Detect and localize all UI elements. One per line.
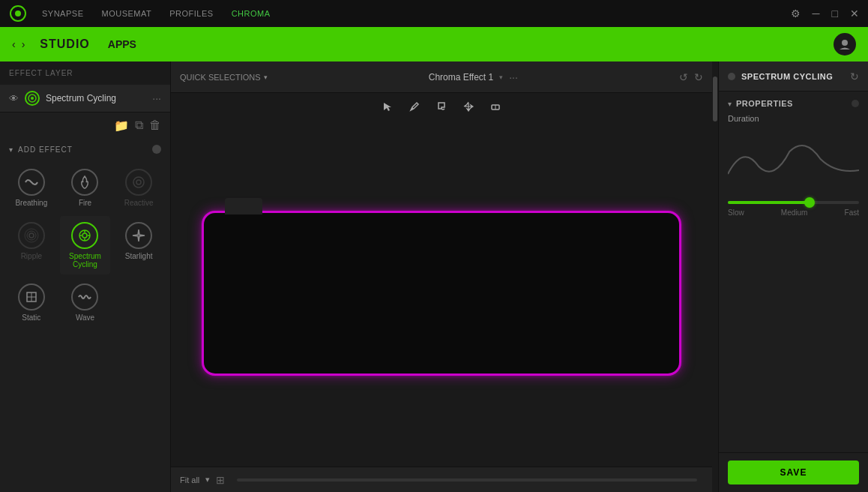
effect-fire[interactable]: Fire — [60, 163, 111, 213]
close-icon[interactable]: ✕ — [850, 8, 859, 20]
effect-indicator — [728, 73, 735, 80]
center-scrollbar — [712, 62, 718, 492]
minimize-icon[interactable]: ─ — [813, 8, 820, 20]
effect-name: Chroma Effect 1 — [429, 72, 493, 82]
user-avatar[interactable] — [834, 33, 856, 56]
svg-point-2 — [842, 40, 848, 46]
scrollbar-thumb[interactable] — [713, 76, 717, 122]
app-logo — [9, 4, 27, 22]
toolbar-bar: QUICK SELECTIONS ▾ Chroma Effect 1 ▾ ···… — [171, 62, 712, 93]
fit-dropdown-arrow: ▾ — [205, 475, 210, 484]
ripple-icon — [18, 222, 45, 249]
quick-selections[interactable]: QUICK SELECTIONS ▾ — [180, 73, 268, 82]
svg-point-6 — [136, 180, 141, 184]
mousepad-preview — [202, 211, 681, 376]
studio-title: STUDIO — [40, 38, 89, 51]
fire-icon — [71, 169, 98, 196]
fill-tool[interactable] — [431, 96, 452, 117]
svg-point-5 — [133, 177, 144, 188]
right-footer: SAVE — [719, 452, 868, 492]
forward-arrow[interactable]: › — [22, 38, 25, 50]
duration-label: Duration — [728, 114, 859, 123]
spectrum-cycling-label: Spectrum Cycling — [63, 252, 108, 268]
slider-thumb[interactable] — [804, 197, 815, 208]
slider-labels: Slow Medium Fast — [728, 208, 859, 217]
settings-icon[interactable]: ⚙ — [791, 8, 801, 20]
eraser-tool[interactable] — [485, 96, 506, 117]
effect-ripple[interactable]: Ripple — [6, 216, 57, 274]
effect-starlight[interactable]: Starlight — [113, 216, 164, 274]
pencil-tool[interactable] — [404, 96, 425, 117]
breathing-label: Breathing — [15, 199, 47, 207]
spectrum-cycling-icon — [71, 222, 98, 249]
reactive-label: Reactive — [124, 199, 154, 207]
save-button[interactable]: SAVE — [728, 460, 859, 484]
svg-point-7 — [29, 233, 34, 238]
slow-label: Slow — [728, 208, 744, 217]
effect-layer-header: EFFECT LAYER — [0, 62, 170, 85]
layer-more-icon[interactable]: ··· — [152, 92, 161, 104]
duration-slider-row: Slow Medium Fast — [728, 201, 859, 217]
right-panel: SPECTRUM CYCLING ↻ ▾ PROPERTIES Duration — [718, 62, 868, 492]
add-effect-header: ▾ ADD EFFECT — [0, 139, 170, 160]
reactive-icon — [125, 169, 152, 196]
nav-profiles[interactable]: PROFILES — [169, 9, 213, 18]
effect-wave[interactable]: Wave — [60, 278, 111, 328]
starlight-label: Starlight — [125, 252, 153, 260]
effect-name-bar: Chroma Effect 1 ▾ ··· — [429, 71, 518, 83]
move-tool[interactable] — [458, 96, 479, 117]
quick-selections-arrow: ▾ — [264, 74, 268, 81]
folder-icon[interactable]: 📁 — [114, 118, 129, 133]
breathing-icon — [18, 169, 45, 196]
undo-icon[interactable]: ↺ — [679, 71, 688, 83]
static-icon — [18, 284, 45, 310]
starlight-icon — [125, 222, 152, 249]
visibility-icon[interactable]: 👁 — [9, 93, 19, 104]
nav-mousemat[interactable]: MOUSEMAT — [101, 9, 151, 18]
titlebar: SYNAPSE MOUSEMAT PROFILES CHROMA ⚙ ─ □ ✕ — [0, 0, 868, 27]
static-label: Static — [22, 314, 40, 322]
grid-view-icon[interactable]: ⊞ — [216, 474, 225, 486]
effect-spectrum-cycling[interactable]: Spectrum Cycling — [60, 216, 111, 274]
svg-point-8 — [27, 231, 36, 240]
medium-label: Medium — [781, 208, 808, 217]
prop-options — [852, 100, 859, 107]
prop-title: PROPERTIES — [736, 99, 793, 108]
layer-item[interactable]: 👁 Spectrum Cycling ··· — [0, 85, 170, 112]
nav-chroma[interactable]: CHROMA — [232, 9, 271, 18]
select-tool[interactable] — [377, 96, 398, 117]
effect-options-icon[interactable]: ··· — [509, 71, 518, 83]
horizontal-scrollbar[interactable] — [237, 478, 697, 482]
apps-title[interactable]: APPS — [108, 38, 136, 50]
layer-name: Spectrum Cycling — [46, 93, 146, 104]
canvas-area — [171, 120, 712, 466]
titlebar-nav: SYNAPSE MOUSEMAT PROFILES CHROMA — [42, 9, 776, 18]
nav-synapse[interactable]: SYNAPSE — [42, 9, 83, 18]
effect-name-arrow: ▾ — [499, 74, 503, 81]
prop-header: ▾ PROPERTIES — [728, 99, 859, 108]
effect-breathing[interactable]: Breathing — [6, 163, 57, 213]
effect-reactive[interactable]: Reactive — [113, 163, 164, 213]
duration-slider-track[interactable] — [728, 201, 859, 204]
refresh-icon[interactable]: ↻ — [850, 70, 859, 82]
prop-chevron[interactable]: ▾ — [728, 100, 732, 108]
titlebar-controls: ⚙ ─ □ ✕ — [791, 8, 859, 20]
ripple-label: Ripple — [21, 252, 42, 260]
fit-all-label: Fit all — [180, 476, 199, 484]
right-header: SPECTRUM CYCLING ↻ — [719, 62, 868, 92]
layer-actions: 📁 ⧉ 🗑 — [0, 112, 170, 139]
fire-label: Fire — [79, 199, 91, 207]
delete-icon[interactable]: 🗑 — [149, 118, 161, 133]
effect-static[interactable]: Static — [6, 278, 57, 328]
fit-dropdown[interactable]: ▾ — [205, 475, 210, 484]
maximize-icon[interactable]: □ — [832, 8, 838, 20]
nav-arrows: ‹ › — [12, 38, 25, 50]
duplicate-icon[interactable]: ⧉ — [135, 118, 143, 133]
wave-icon — [71, 284, 98, 310]
redo-icon[interactable]: ↻ — [694, 71, 703, 83]
add-effect-options — [152, 145, 161, 154]
topbar: ‹ › STUDIO APPS — [0, 27, 868, 62]
fast-label: Fast — [845, 208, 859, 217]
back-arrow[interactable]: ‹ — [12, 38, 16, 50]
add-effect-chevron[interactable]: ▾ — [9, 146, 13, 154]
